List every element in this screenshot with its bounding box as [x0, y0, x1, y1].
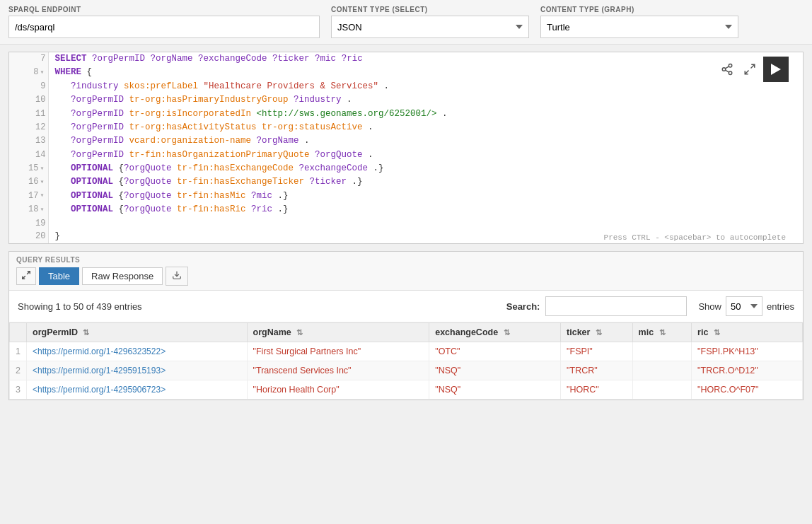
content-type-graph-dropdown[interactable]: Turtle JSON-LD RDF/XML N-Triples	[540, 16, 738, 38]
col-header-ric[interactable]: ric ⇅	[692, 323, 803, 342]
cell-ric: "FSPI.PK^H13"	[692, 342, 803, 361]
autocomplete-hint: Press CTRL - <spacebar> to autocomplete	[601, 232, 789, 243]
query-results-label: QUERY RESULTS	[16, 256, 796, 264]
cell-mic	[632, 361, 692, 380]
query-editor[interactable]: 7 SELECT ?orgPermID ?orgName ?exchangeCo…	[8, 52, 804, 244]
cell-orgPermID[interactable]: <https://permid.org/1-4295906723>	[27, 380, 248, 400]
tab-raw-response[interactable]: Raw Response	[82, 267, 163, 285]
svg-point-1	[722, 68, 726, 71]
search-input[interactable]	[545, 296, 687, 316]
share-button[interactable]	[718, 57, 736, 82]
orgPermID-link[interactable]: <https://permid.org/1-4296323522>	[33, 347, 166, 356]
orgPermID-link[interactable]: <https://permid.org/1-4295906723>	[33, 385, 166, 395]
col-header-orgName[interactable]: orgName ⇅	[247, 323, 429, 342]
cell-exchangeCode: "NSQ"	[429, 361, 561, 380]
sparql-endpoint-label: SPARQL ENDPOINT	[8, 6, 320, 13]
svg-line-5	[751, 64, 755, 68]
sparql-endpoint-input[interactable]	[8, 16, 320, 38]
tab-table[interactable]: Table	[39, 267, 79, 285]
search-label: Search:	[506, 301, 540, 312]
show-label: Show	[698, 301, 721, 312]
svg-point-0	[729, 64, 732, 68]
cell-exchangeCode: "OTC"	[429, 342, 561, 361]
cell-ric: "TRCR.O^D12"	[692, 361, 803, 380]
results-tabs: Table Raw Response	[16, 267, 796, 286]
table-row: 1<https://permid.org/1-4296323522>"First…	[10, 342, 803, 361]
expand-results-button[interactable]	[16, 267, 36, 285]
table-row: 3<https://permid.org/1-4295906723>"Horiz…	[10, 380, 803, 400]
row-num-header	[10, 323, 27, 342]
row-number: 3	[10, 380, 27, 400]
cell-orgPermID[interactable]: <https://permid.org/1-4296323522>	[27, 342, 248, 361]
cell-ticker: "FSPI"	[561, 342, 633, 361]
col-header-orgPermID[interactable]: orgPermID ⇅	[27, 323, 248, 342]
content-type-select-group: CONTENT TYPE (SELECT) JSON XML CSV TSV	[331, 6, 529, 38]
download-button[interactable]	[166, 267, 188, 286]
cell-mic	[632, 380, 692, 400]
content-type-select-dropdown[interactable]: JSON XML CSV TSV	[331, 16, 529, 38]
cell-orgName: "Transcend Services Inc"	[247, 361, 429, 380]
col-header-mic[interactable]: mic ⇅	[632, 323, 692, 342]
editor-toolbar	[718, 57, 789, 82]
show-entries-select[interactable]: 10 25 50 100	[726, 296, 762, 316]
table-row: 2<https://permid.org/1-4295915193>"Trans…	[10, 361, 803, 380]
content-type-graph-group: CONTENT TYPE (GRAPH) Turtle JSON-LD RDF/…	[540, 6, 738, 38]
cell-orgName: "First Surgical Partners Inc"	[247, 342, 429, 361]
row-number: 2	[10, 361, 27, 380]
search-group: Search:	[506, 296, 688, 316]
sparql-endpoint-group: SPARQL ENDPOINT	[8, 6, 320, 38]
cell-exchangeCode: "NSQ"	[429, 380, 561, 400]
results-header: QUERY RESULTS Table Raw Response	[9, 252, 803, 291]
svg-point-2	[729, 71, 732, 75]
orgPermID-link[interactable]: <https://permid.org/1-4295915193>	[33, 366, 166, 375]
cell-ticker: "HORC"	[561, 380, 633, 400]
code-editor-area[interactable]: 7 SELECT ?orgPermID ?orgName ?exchangeCo…	[9, 52, 803, 243]
showing-text: Showing 1 to 50 of 439 entries	[18, 301, 142, 312]
results-table: orgPermID ⇅ orgName ⇅ exchangeCode ⇅ tic…	[9, 322, 803, 400]
cell-ticker: "TRCR"	[561, 361, 633, 380]
top-bar: SPARQL ENDPOINT CONTENT TYPE (SELECT) JS…	[0, 0, 812, 45]
col-header-ticker[interactable]: ticker ⇅	[561, 323, 633, 342]
entries-label: entries	[767, 301, 794, 312]
row-number: 1	[10, 342, 27, 361]
cell-ric: "HORC.O^F07"	[692, 380, 803, 400]
svg-line-6	[745, 71, 748, 74]
content-type-select-label: CONTENT TYPE (SELECT)	[331, 6, 529, 13]
cell-orgPermID[interactable]: <https://permid.org/1-4295915193>	[27, 361, 248, 380]
cell-orgName: "Horizon Health Corp"	[247, 380, 429, 400]
svg-line-4	[725, 66, 729, 69]
fullscreen-button[interactable]	[741, 57, 759, 82]
run-query-button[interactable]	[763, 57, 789, 82]
results-table-wrapper: orgPermID ⇅ orgName ⇅ exchangeCode ⇅ tic…	[9, 322, 803, 400]
col-header-exchangeCode[interactable]: exchangeCode ⇅	[429, 323, 561, 342]
results-info-bar: Showing 1 to 50 of 439 entries Search: S…	[9, 291, 803, 322]
svg-line-3	[725, 70, 729, 72]
svg-marker-7	[771, 64, 781, 75]
cell-mic	[632, 342, 692, 361]
query-results-section: QUERY RESULTS Table Raw Response Showing…	[8, 251, 804, 400]
content-type-graph-label: CONTENT TYPE (GRAPH)	[540, 6, 738, 13]
show-entries-group: Show 10 25 50 100 entries	[698, 296, 794, 316]
